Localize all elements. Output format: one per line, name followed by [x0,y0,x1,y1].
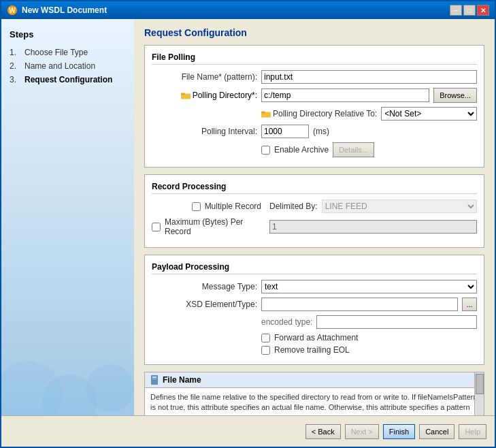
ms-label: (ms) [313,127,329,136]
svg-rect-10 [152,377,156,378]
step-1-label: Choose File Type [24,48,88,57]
step-1: 1. Choose File Type [10,48,126,57]
max-bytes-label: Maximum (Bytes) Per Record [165,217,261,236]
step-3-num: 3. [10,75,20,84]
forward-attachment-checkbox[interactable] [261,334,270,342]
enable-archive-label: Enable Archive [274,145,329,155]
xsd-label: XSD Element/Type: [152,300,257,309]
xsd-row: XSD Element/Type: ... [152,298,477,311]
forward-attachment-label: Forward as Attachment [274,333,358,342]
step-2: 2. Name and Location [10,61,126,71]
polling-dir-label: Polling Directory*: [193,91,257,100]
remove-eol-row: Remove trailing EOL [152,345,477,355]
info-header: File Name [145,372,484,388]
sidebar-title: Steps [10,29,126,39]
main-window: W New WSDL Document ─ □ ✕ Steps 1. Choos… [0,0,496,448]
encoded-type-row: encoded type: [152,315,477,329]
relative-to-label-container: Polling Directory Relative To: [261,109,377,118]
payload-processing-section: Payload Processing Message Type: text XS… [144,255,484,365]
step-1-num: 1. [10,48,20,57]
file-polling-section: File Polling File Name* (pattern): Polli… [144,45,484,167]
app-icon: W [7,5,18,16]
info-content: Defines the file name relative to the sp… [145,388,484,415]
svg-rect-8 [261,112,265,114]
polling-interval-input[interactable] [261,125,309,138]
delimited-by-select[interactable]: LINE FEED [322,199,477,213]
scrollbar[interactable] [474,372,484,415]
multiple-record-checkbox[interactable] [192,202,201,211]
cancel-button[interactable]: Cancel [419,424,454,439]
polling-interval-label: Polling Interval: [152,127,257,136]
close-button[interactable]: ✕ [477,5,489,16]
main-content: Steps 1. Choose File Type 2. Name and Lo… [1,19,495,415]
minimize-button[interactable]: ─ [450,5,462,16]
relative-to-select[interactable]: <Not Set> [381,107,477,121]
back-button[interactable]: < Back [305,424,341,439]
xsd-browse-button[interactable]: ... [462,298,477,311]
maximize-button[interactable]: □ [463,5,476,16]
encoded-input[interactable] [316,315,477,329]
info-icon [150,375,159,385]
polling-dir-row: Polling Directory*: Browse... [152,88,477,103]
sidebar: Steps 1. Choose File Type 2. Name and Lo… [1,19,134,415]
max-bytes-checkbox[interactable] [152,223,161,231]
step-2-num: 2. [10,61,20,71]
file-name-input[interactable] [261,70,477,84]
browse-button[interactable]: Browse... [433,88,477,103]
payload-processing-header: Payload Processing [152,262,477,274]
file-name-label: File Name* (pattern): [152,72,257,82]
window-controls: ─ □ ✕ [450,5,489,16]
polling-dir-input[interactable] [261,89,429,102]
svg-rect-6 [181,93,185,95]
remove-eol-checkbox[interactable] [261,346,270,355]
sidebar-decoration [1,334,134,415]
folder-icon [181,91,191,100]
right-panel: Request Configuration File Polling File … [134,19,495,415]
step-2-label: Name and Location [24,61,95,71]
remove-eol-label: Remove trailing EOL [274,345,350,355]
panel-title: Request Configuration [144,27,484,38]
relative-to-label: Polling Directory Relative To: [273,109,377,118]
next-button[interactable]: Next > [345,424,379,439]
info-box: File Name Defines the file name relative… [144,372,484,415]
multiple-record-label: Multiple Record [205,202,261,211]
details-button[interactable]: Details... [333,142,374,157]
file-name-row: File Name* (pattern): [152,70,477,84]
message-type-row: Message Type: text [152,280,477,293]
step-3: 3. Request Configuration [10,75,126,84]
message-type-label: Message Type: [152,282,257,291]
max-bytes-label-container: Maximum (Bytes) Per Record [152,217,261,236]
enable-archive-checkbox[interactable] [261,146,270,155]
step-3-label: Request Configuration [24,75,112,84]
multiple-record-label-container: Multiple Record [152,202,261,211]
relative-to-row: Polling Directory Relative To: <Not Set> [152,107,477,121]
file-polling-header: File Polling [152,52,477,65]
max-bytes-row: Maximum (Bytes) Per Record [152,217,477,236]
encoded-label: encoded type: [261,317,312,327]
svg-rect-11 [152,379,156,379]
svg-point-4 [86,364,134,412]
footer-bar: < Back Next > Finish Cancel Help [1,415,495,447]
scrollbar-thumb[interactable] [476,374,484,394]
info-text: Defines the file name relative to the sp… [150,393,478,415]
title-bar: W New WSDL Document ─ □ ✕ [1,1,495,19]
relative-folder-icon [261,109,271,118]
finish-button[interactable]: Finish [383,424,415,439]
message-type-select[interactable]: text [261,280,477,293]
info-header-text: File Name [163,375,201,385]
steps-list: 1. Choose File Type 2. Name and Location… [10,48,126,84]
delimited-by-label: Delimited By: [269,202,318,211]
xsd-input[interactable] [261,298,458,311]
svg-text:W: W [9,7,16,14]
enable-archive-row: Enable Archive Details... [152,142,477,157]
forward-attachment-row: Forward as Attachment [152,333,477,342]
record-processing-header: Record Processing [152,182,477,194]
title-bar-text: New WSDL Document [22,5,107,15]
help-button[interactable]: Help [459,424,486,439]
record-processing-section: Record Processing Multiple Record Delimi… [144,174,484,248]
multiple-record-row: Multiple Record Delimited By: LINE FEED [152,199,477,213]
polling-dir-label-container: Polling Directory*: [152,91,257,100]
polling-interval-row: Polling Interval: (ms) [152,125,477,138]
max-bytes-input[interactable] [269,220,477,234]
